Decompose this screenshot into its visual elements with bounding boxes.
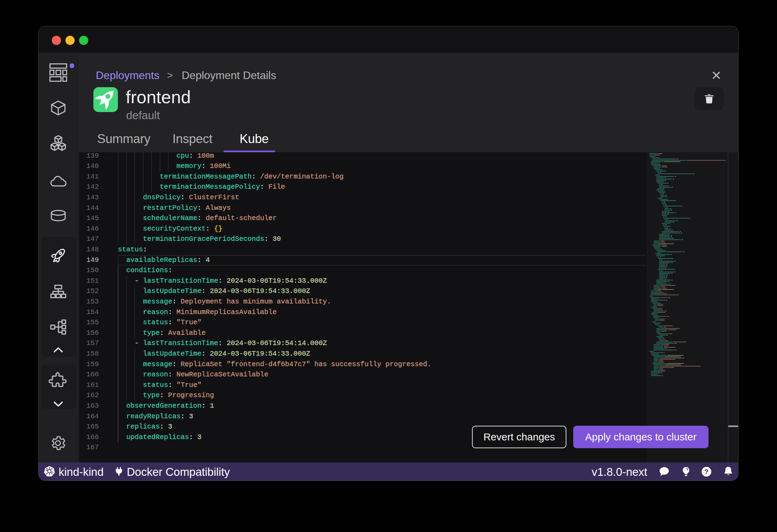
svg-text:?: ? — [704, 468, 709, 475]
